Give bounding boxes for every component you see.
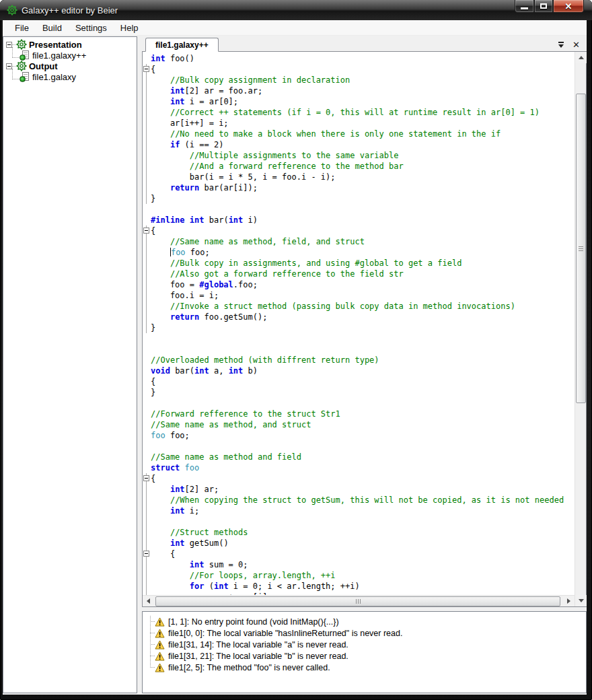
warning-item[interactable]: [1, 1]: No entry point found (void InitM… (147, 616, 583, 627)
code-line[interactable]: { (143, 64, 575, 75)
code-line[interactable]: { (143, 225, 575, 236)
code-line[interactable]: //Multiple assignments to the same varia… (143, 150, 575, 161)
collapse-expander-icon[interactable] (6, 42, 12, 48)
fold-collapse-icon[interactable] (143, 66, 149, 72)
tree-item-file1-galaxy[interactable]: file1.galaxy++ (3, 50, 137, 61)
code-line[interactable]: return foo.getSum(); (143, 312, 575, 322)
code-line[interactable]: } (143, 387, 575, 398)
arrow-down-icon (579, 599, 584, 602)
warning-triangle-icon (155, 617, 165, 627)
tab-file1-galaxypp[interactable]: file1.galaxy++ (145, 38, 219, 52)
code-line[interactable]: foo foo; (143, 247, 575, 258)
code-line[interactable]: //For loops, array.length, ++i (143, 570, 575, 581)
code-line[interactable] (143, 441, 575, 452)
warnings-list: [1, 1]: No entry point found (void InitM… (147, 616, 583, 673)
code-line[interactable]: int getSum() (143, 538, 575, 549)
code-line[interactable]: //Also got a forward refference to the f… (143, 269, 575, 279)
tab-close-icon[interactable]: ✕ (572, 40, 580, 49)
project-tree-panel[interactable]: Presentation file1.galaxy++ Output file1… (3, 36, 137, 693)
code-line[interactable] (143, 333, 575, 344)
titlebar[interactable]: Galaxy++ editor by Beier ✕ (0, 0, 592, 20)
tree-item-label: file1.galaxy++ (32, 50, 86, 61)
tree-item-file1-galaxy[interactable]: file1.galaxy (3, 71, 137, 82)
code-line[interactable]: int[2] ar; (143, 484, 575, 495)
menu-item-help[interactable]: Help (114, 21, 145, 35)
code-line[interactable]: return bar(ar[i]); (143, 182, 575, 193)
code-line[interactable]: #inline int bar(int i) (143, 215, 575, 225)
warning-item[interactable]: file1[31, 21]: The local variable "b" is… (147, 650, 583, 662)
scroll-up-button[interactable] (575, 52, 587, 63)
scroll-left-button[interactable] (143, 596, 154, 606)
warning-item[interactable]: file1[31, 14]: The local variable "a" is… (147, 639, 583, 650)
code-line[interactable]: int foo() (143, 53, 575, 64)
scroll-right-button[interactable] (563, 596, 575, 606)
code-line[interactable]: { (143, 376, 575, 387)
code-line[interactable]: //Forward refference to the struct Str1 (143, 409, 575, 419)
code-line[interactable]: //Same name as method, field, and struct (143, 236, 575, 247)
code-line[interactable]: //Struct methods (143, 527, 575, 538)
close-button[interactable]: ✕ (553, 0, 584, 13)
code-line[interactable]: //Invoke a struct method (passing bulk c… (143, 301, 575, 312)
code-line[interactable] (143, 344, 575, 355)
code-line[interactable] (143, 204, 575, 215)
warning-text: file1[2, 5]: The method "foo" is never c… (168, 663, 330, 672)
tree-node-output[interactable]: Output (3, 61, 137, 71)
code-line[interactable]: int i = ar[0]; (143, 96, 575, 107)
horizontal-scrollbar[interactable] (143, 595, 575, 606)
tab-label: file1.galaxy++ (155, 40, 209, 50)
code-line[interactable]: //Same name as method, and struct (143, 419, 575, 430)
vertical-scrollbar[interactable] (575, 52, 586, 606)
menu-item-build[interactable]: Build (36, 21, 69, 35)
code-line[interactable]: foo foo; (143, 430, 575, 441)
code-line[interactable]: bar(i = i * 5, i = foo.i - i); (143, 172, 575, 182)
code-line[interactable]: { (143, 549, 575, 559)
code-line[interactable]: } (143, 193, 575, 204)
code-line[interactable] (143, 398, 575, 409)
tree-node-presentation[interactable]: Presentation (3, 39, 137, 50)
warnings-panel: [1, 1]: No entry point found (void InitM… (142, 611, 587, 693)
code-editor[interactable]: int foo(){ //Bulk copy assignment in dec… (142, 51, 587, 607)
fold-collapse-icon[interactable] (143, 228, 149, 234)
close-icon: ✕ (565, 2, 572, 11)
collapse-expander-icon[interactable] (6, 63, 12, 69)
code-line[interactable]: //No need to make a block when there is … (143, 129, 575, 139)
minimize-button[interactable] (515, 0, 534, 13)
code-line[interactable] (143, 516, 575, 527)
code-line[interactable]: foo.i = i; (143, 290, 575, 301)
code-line[interactable]: for (int i = 0; i < ar.length; ++i) (143, 581, 575, 592)
tab-list-dropdown-icon[interactable] (558, 42, 564, 48)
fold-collapse-icon[interactable] (143, 475, 149, 481)
code-line[interactable]: struct foo (143, 462, 575, 473)
code-line[interactable]: { (143, 473, 575, 484)
fold-collapse-icon[interactable] (143, 551, 149, 557)
code-line[interactable]: //Same name as method and field (143, 452, 575, 462)
vertical-scrollbar-thumb[interactable] (576, 94, 586, 403)
code-line[interactable]: if (i == 2) (143, 139, 575, 150)
code-line[interactable]: int sum = 0; (143, 559, 575, 570)
menu-item-file[interactable]: File (8, 21, 36, 35)
document-icon (20, 50, 30, 61)
code-line[interactable]: //Bulk copy assignment in declaration (143, 75, 575, 85)
horizontal-scrollbar-thumb[interactable] (155, 596, 560, 606)
code-line[interactable]: //When copying the struct to getSum, thi… (143, 495, 575, 505)
document-icon (20, 71, 30, 82)
code-line[interactable]: void bar(int a, int b) (143, 365, 575, 376)
code-line[interactable]: int[2] ar = foo.ar; (143, 85, 575, 96)
code-line[interactable]: foo = #global.foo; (143, 279, 575, 290)
panel-splitter[interactable] (137, 36, 142, 693)
warning-item[interactable]: file1[2, 5]: The method "foo" is never c… (147, 662, 583, 673)
code-line[interactable]: ar[i++] = i; (143, 118, 575, 129)
code-line[interactable]: //Overloaded method (with diffrent retur… (143, 355, 575, 365)
scroll-down-button[interactable] (575, 595, 587, 606)
warning-item[interactable]: file1[0, 0]: The local variable "hasInli… (147, 627, 583, 639)
code-line[interactable]: } (143, 322, 575, 333)
code-line[interactable]: //Correct ++ statements (if i = 0, this … (143, 107, 575, 118)
warning-text: file1[0, 0]: The local variable "hasInli… (168, 629, 402, 638)
maximize-button[interactable] (534, 0, 553, 13)
code-line[interactable]: int i; (143, 505, 575, 516)
arrow-right-icon (567, 598, 570, 604)
code-line[interactable]: //And a forward refference to the method… (143, 161, 575, 172)
menu-item-settings[interactable]: Settings (69, 21, 114, 35)
code-area[interactable]: int foo(){ //Bulk copy assignment in dec… (143, 52, 575, 595)
code-line[interactable]: //Bulk copy in assignments, and using #g… (143, 258, 575, 269)
